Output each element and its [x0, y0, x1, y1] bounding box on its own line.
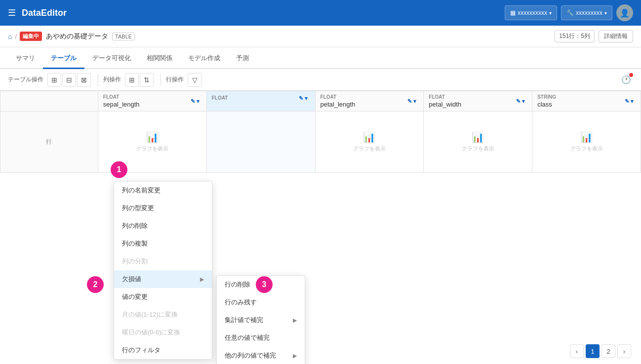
- edit-badge: 編集中: [20, 32, 42, 41]
- col-name-class: class: [537, 101, 552, 108]
- header-right: ▦ xxxxxxxxxx ▾ 🔧 xxxxxxxxx ▾ 👤: [505, 4, 633, 21]
- chevron-down-icon: ▾: [549, 10, 552, 16]
- submenu-chevron-agg: ▶: [293, 317, 297, 324]
- col-header-sepal-length: FLOAT sepal_length ✎ ▾: [98, 91, 206, 111]
- next-page-btn[interactable]: ›: [617, 344, 631, 358]
- history-button[interactable]: 🕐: [619, 73, 633, 87]
- row-ops-label: 行操作: [166, 75, 184, 84]
- avatar[interactable]: 👤: [616, 4, 633, 21]
- tab-correlation[interactable]: 相関関係: [139, 49, 180, 69]
- table-container[interactable]: FLOAT sepal_length ✎ ▾ FLOAT: [0, 91, 641, 364]
- submenu-fill-col[interactable]: 他の列の値で補完 ▶: [217, 347, 305, 364]
- col-edit-class[interactable]: ✎ ▾: [623, 97, 636, 106]
- detail-info-button[interactable]: 詳細情報: [599, 30, 633, 42]
- submenu-fill-agg-label: 集計値で補完: [225, 316, 263, 325]
- col-ops-group: ⊞ ⇅: [125, 73, 154, 87]
- col-name-sepal: sepal_length: [103, 101, 140, 108]
- data-table: FLOAT sepal_length ✎ ▾ FLOAT: [0, 91, 641, 173]
- col-type-sepal: FLOAT: [103, 94, 140, 100]
- tab-table[interactable]: テーブル: [43, 49, 84, 69]
- menu-split-col-label: 列の分割: [122, 257, 148, 266]
- toolbar: テーブル操作 ⊞ ⊟ ⊠ 列操作 ⊞ ⇅ 行操作 ▽ 🕐: [0, 69, 641, 91]
- tools-label: xxxxxxxxx: [576, 9, 602, 16]
- col-edit-petal-len[interactable]: ✎ ▾: [405, 97, 418, 106]
- menu-month-label: 月の値(1-12)に変換: [122, 310, 178, 319]
- menu-copy-col[interactable]: 列の複製: [114, 235, 212, 253]
- table-ops-label: テーブル操作: [8, 75, 43, 84]
- col-type-class: STRING: [537, 94, 556, 100]
- tabs-bar: サマリ テーブル データ可視化 相関関係 モデル作成 予測: [0, 47, 641, 69]
- menu-change-type[interactable]: 列の型変更: [114, 199, 212, 217]
- col-ops-label: 列操作: [103, 75, 121, 84]
- chart-label-sepal: グラフを表示: [136, 145, 168, 152]
- submenu-fill-any-label: 任意の値で補完: [225, 333, 270, 342]
- sub-menu-missing: 行の削除 行のみ残す 集計値で補完 ▶ 任意の値で補完 他の列の値で補完 ▶: [216, 275, 305, 364]
- cell-petal-len: 📊 グラフを表示: [315, 111, 424, 173]
- context-menu: 列の名前変更 列の型変更 列の削除 列の複製 列の分割 欠損値 ▶ 値の変更: [114, 181, 212, 360]
- submenu-fill-agg[interactable]: 集計値で補完 ▶: [217, 311, 305, 329]
- menu-icon[interactable]: ☰: [8, 7, 16, 18]
- add-col-btn[interactable]: ⊞: [125, 73, 139, 87]
- bar-chart-icon: 📊: [146, 131, 159, 143]
- dataset-selector[interactable]: ▦ xxxxxxxxxx ▾: [505, 5, 557, 20]
- col-header-petal-length: FLOAT petal_length ✎ ▾: [315, 91, 424, 111]
- row-number-header: [0, 91, 98, 111]
- toolbar-divider-1: [98, 74, 98, 86]
- app-title: DataEditor: [22, 8, 505, 18]
- page-1-btn[interactable]: 1: [586, 344, 600, 358]
- collapse-cols-btn[interactable]: ⊟: [62, 73, 76, 87]
- submenu-fill-any[interactable]: 任意の値で補完: [217, 329, 305, 347]
- chart-label-petal-wid: グラフを表示: [462, 145, 494, 152]
- dataset-type: TABLE: [112, 33, 135, 40]
- submenu-keep-row[interactable]: 行のみ残す: [217, 293, 305, 311]
- expand-cols-btn[interactable]: ⊞: [47, 73, 61, 87]
- sort-col-btn[interactable]: ⇅: [140, 73, 154, 87]
- col-edit-sepal[interactable]: ✎ ▾: [189, 97, 201, 106]
- breadcrumb-home[interactable]: ⌂: [8, 33, 12, 40]
- submenu-chevron-col: ▶: [293, 353, 297, 359]
- wrench-icon: 🔧: [566, 9, 574, 16]
- col-name-petal-len: petal_length: [320, 101, 356, 108]
- menu-change-val[interactable]: 値の変更: [114, 288, 212, 306]
- chart-label-class: グラフを表示: [570, 145, 603, 152]
- col-type-petal-len: FLOAT: [320, 94, 356, 100]
- tab-visualization[interactable]: データ可視化: [84, 49, 139, 69]
- cell-col2: [206, 111, 315, 173]
- grid-icon: ▦: [510, 9, 516, 16]
- fit-cols-btn[interactable]: ⊠: [77, 73, 91, 87]
- row-label: 行: [0, 111, 98, 173]
- dataset-label: xxxxxxxxxx: [518, 9, 547, 16]
- menu-missing[interactable]: 欠損値 ▶: [114, 270, 212, 288]
- menu-rename-label: 列の名前変更: [122, 186, 160, 195]
- submenu-fill-col-label: 他の列の値で補完: [225, 351, 276, 360]
- tab-model[interactable]: モデル作成: [180, 49, 228, 69]
- tab-prediction[interactable]: 予測: [228, 49, 257, 69]
- col-name-petal-wid: petal_width: [429, 101, 461, 108]
- chart-petal-len: 📊 グラフを表示: [320, 131, 419, 152]
- menu-copy-col-label: 列の複製: [122, 239, 148, 248]
- menu-row-filter-label: 行のフィルタ: [122, 346, 160, 355]
- row-column-info: 151行：5列: [555, 30, 595, 42]
- menu-day-label: 曜日の値(0-6)に変換: [122, 328, 180, 337]
- col-header-class: STRING class ✎ ▾: [532, 91, 641, 111]
- avatar-icon: 👤: [620, 8, 630, 18]
- menu-delete-col[interactable]: 列の削除: [114, 217, 212, 235]
- chart-label-petal-len: グラフを表示: [353, 145, 386, 152]
- menu-row-filter[interactable]: 行のフィルタ: [114, 341, 212, 359]
- menu-rename[interactable]: 列の名前変更: [114, 182, 212, 199]
- col-edit-petal-wid[interactable]: ✎ ▾: [514, 97, 527, 106]
- tools-selector[interactable]: 🔧 xxxxxxxxx ▾: [561, 5, 612, 20]
- main-area: FLOAT sepal_length ✎ ▾ FLOAT: [0, 91, 641, 364]
- col-edit-2[interactable]: ✎ ▾: [297, 94, 310, 103]
- cell-sepal: 📊 グラフを表示: [98, 111, 206, 173]
- prev-page-btn[interactable]: ‹: [570, 344, 584, 358]
- col-header-petal-width: FLOAT petal_width ✎ ▾: [424, 91, 532, 111]
- tab-summary[interactable]: サマリ: [8, 49, 43, 69]
- filter-btn[interactable]: ▽: [188, 73, 201, 87]
- bar-chart-icon-2: 📊: [363, 131, 375, 143]
- submenu-delete-row[interactable]: 行の削除: [217, 276, 305, 293]
- chart-petal-wid: 📊 グラフを表示: [429, 131, 527, 152]
- menu-delete-col-label: 列の削除: [122, 221, 148, 230]
- submenu-delete-row-label: 行の削除: [225, 280, 250, 289]
- page-2-btn[interactable]: 2: [601, 344, 615, 358]
